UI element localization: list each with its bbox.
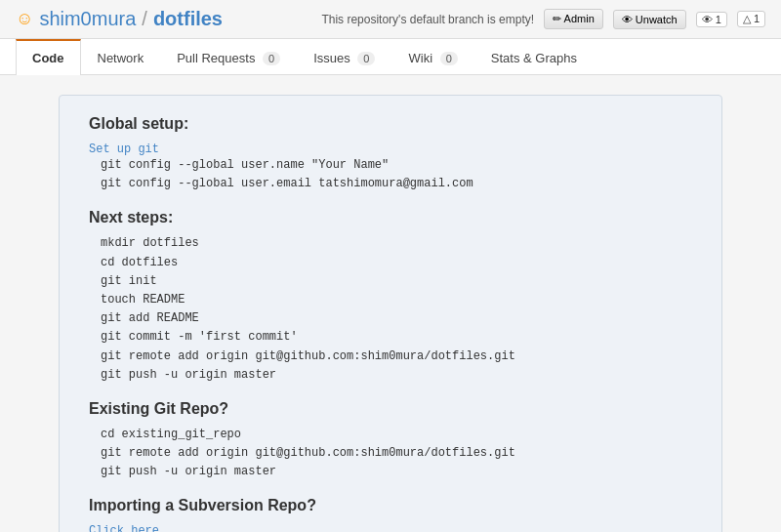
next-step-2: cd dotfiles: [89, 254, 692, 272]
tab-bar: Code Network Pull Requests 0 Issues 0 Wi…: [0, 39, 781, 75]
pull-requests-count: 0: [263, 52, 280, 65]
breadcrumb-slash: /: [142, 8, 147, 30]
existing-git-line1: cd existing_git_repo: [89, 426, 692, 444]
reponame-link[interactable]: dotfiles: [153, 8, 223, 30]
tab-issues[interactable]: Issues 0: [297, 40, 391, 75]
next-step-4: touch README: [89, 291, 692, 309]
existing-git-heading: Existing Git Repo?: [89, 400, 692, 418]
tab-network[interactable]: Network: [81, 40, 161, 75]
next-step-6: git commit -m 'first commit': [89, 328, 692, 347]
repo-title: ☺ shim0mura / dotfiles: [16, 8, 223, 30]
page-header: ☺ shim0mura / dotfiles This repository's…: [0, 0, 781, 39]
next-step-7: git remote add origin git@github.com:shi…: [89, 348, 692, 366]
user-avatar-icon: ☺: [16, 9, 33, 29]
click-here-link[interactable]: Click here: [89, 524, 159, 532]
global-setup-line1: git config --global user.name "Your Name…: [89, 156, 692, 175]
eye-count-badge: 👁 1: [696, 12, 727, 27]
setup-instructions-box: Global setup: Set up git git config --gl…: [59, 95, 722, 532]
tab-code[interactable]: Code: [16, 39, 81, 75]
tab-pull-requests[interactable]: Pull Requests 0: [160, 40, 297, 75]
star-count-badge: △ 1: [737, 11, 765, 27]
wiki-count: 0: [440, 52, 458, 65]
watch-button[interactable]: 👁 Unwatch: [613, 10, 686, 29]
next-steps-heading: Next steps:: [89, 209, 692, 226]
next-step-1: mkdir dotfiles: [89, 234, 692, 253]
global-setup-line2: git config --global user.email tatshimom…: [89, 175, 692, 193]
next-steps-lines: mkdir dotfiles cd dotfiles git init touc…: [89, 234, 692, 385]
admin-button[interactable]: ✏ Admin: [544, 9, 603, 29]
username-link[interactable]: shim0mura: [39, 8, 136, 30]
global-setup-heading: Global setup:: [89, 115, 692, 133]
tab-wiki[interactable]: Wiki 0: [391, 40, 473, 75]
existing-git-line2: git remote add origin git@github.com:shi…: [89, 444, 692, 463]
setup-git-link[interactable]: Set up git: [89, 143, 159, 156]
next-step-5: git add README: [89, 309, 692, 328]
next-step-8: git push -u origin master: [89, 366, 692, 385]
next-step-3: git init: [89, 272, 692, 291]
empty-branch-notice: This repository's default branch is empt…: [321, 13, 534, 26]
importing-svn-heading: Importing a Subversion Repo?: [89, 497, 692, 514]
issues-count: 0: [357, 52, 375, 65]
header-actions: This repository's default branch is empt…: [321, 9, 765, 29]
existing-git-line3: git push -u origin master: [89, 463, 692, 481]
tab-stats-graphs[interactable]: Stats & Graphs: [474, 40, 594, 75]
main-content: Global setup: Set up git git config --gl…: [0, 75, 781, 532]
existing-git-lines: cd existing_git_repo git remote add orig…: [89, 426, 692, 482]
